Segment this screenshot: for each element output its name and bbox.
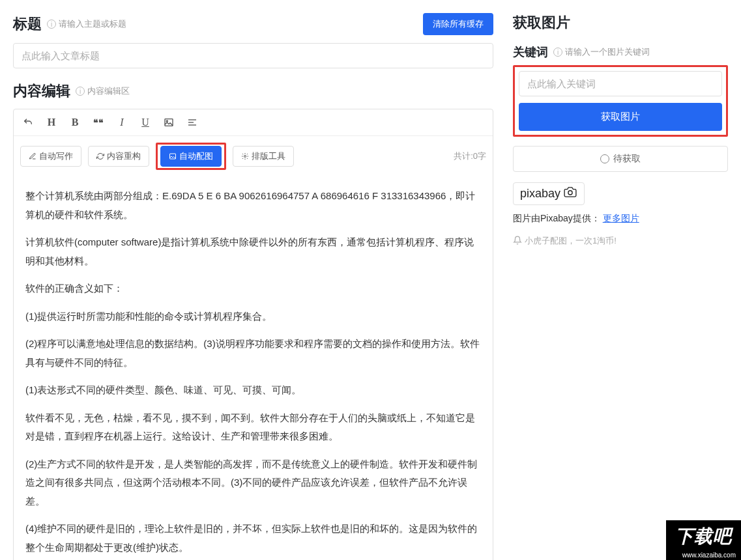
quote-icon[interactable]: ❝❝ — [91, 115, 106, 130]
paragraph: (1)提供运行时所需功能和性能的命令或计算机程序集合。 — [25, 307, 481, 326]
fetch-image-header: 获取图片 — [513, 13, 728, 33]
pencil-icon — [29, 152, 36, 160]
auto-image-button[interactable]: 自动配图 — [160, 146, 222, 167]
layout-icon — [241, 152, 249, 160]
layout-tool-button[interactable]: 排版工具 — [233, 146, 294, 167]
char-count: 共计:0字 — [454, 150, 486, 162]
paragraph: (2)程序可以满意地处理信息的数据结构。(3)说明程序功能要求和程序需要的文档的… — [25, 335, 481, 372]
keyword-label: 关键词 — [513, 44, 548, 60]
content-label: 内容编辑 — [13, 81, 70, 101]
keyword-hint: i 请输入一个图片关键词 — [553, 46, 650, 58]
auto-write-button[interactable]: 自动写作 — [20, 146, 81, 167]
paragraph: 软件看不见，无色，枯燥，看不见，摸不到，闻不到。软件大部分存在于人们的头脑或纸上… — [25, 409, 481, 446]
article-title-input[interactable] — [13, 43, 493, 68]
svg-point-6 — [244, 156, 246, 158]
bell-icon — [513, 236, 522, 247]
title-section-header: 标题 i 请输入主题或标题 清除所有缓存 — [13, 13, 493, 35]
title-label: 标题 — [13, 14, 42, 34]
editor-box: H B ❝❝ I U 自动写作 内容重构 — [13, 109, 493, 560]
auto-image-highlight: 自动配图 — [156, 143, 226, 170]
format-toolbar: H B ❝❝ I U — [14, 109, 493, 136]
paragraph: 软件的正确含义如下： — [25, 279, 481, 298]
title-hint: i 请输入主题或标题 — [47, 18, 126, 30]
refresh-icon — [96, 152, 104, 160]
content-hint: i 内容编辑区 — [76, 85, 130, 97]
underline-icon[interactable]: U — [138, 115, 153, 130]
keyword-header: 关键词 i 请输入一个图片关键词 — [513, 44, 728, 60]
paragraph: 整个计算机系统由两部分组成：E.69DA 5 E 6 BA 9062616964… — [25, 187, 481, 224]
image-credit: 图片由Pixabay提供： 更多图片 — [513, 213, 728, 225]
fetch-image-title: 获取图片 — [513, 13, 570, 33]
info-icon: i — [76, 87, 85, 96]
align-icon[interactable] — [184, 115, 200, 130]
keyword-highlight-box: 获取图片 — [513, 65, 728, 137]
more-images-link[interactable]: 更多图片 — [603, 213, 639, 223]
bold-icon[interactable]: B — [67, 115, 83, 130]
watermark: 下载吧 www.xiazaiba.com — [666, 520, 741, 560]
heading-icon[interactable]: H — [44, 115, 59, 130]
circle-icon — [600, 154, 609, 163]
paragraph: (2)生产方式不同的软件是开发，是人类智能的高发挥，而不是传统意义上的硬件制造。… — [25, 455, 481, 511]
pending-status[interactable]: 待获取 — [513, 146, 728, 172]
restructure-button[interactable]: 内容重构 — [88, 146, 149, 167]
action-toolbar: 自动写作 内容重构 自动配图 排版工具 共计:0字 — [14, 136, 493, 176]
clear-cache-button[interactable]: 清除所有缓存 — [423, 13, 493, 35]
info-icon: i — [553, 48, 562, 57]
svg-point-1 — [166, 120, 167, 122]
undo-icon[interactable] — [20, 115, 36, 130]
tip-row: 小虎子配图，一次1淘币! — [513, 235, 728, 247]
italic-icon[interactable]: I — [114, 115, 130, 130]
editor-content[interactable]: 整个计算机系统由两部分组成：E.69DA 5 E 6 BA 9062616964… — [14, 176, 493, 560]
image-icon[interactable] — [161, 115, 177, 130]
paragraph: 计算机软件(computer software)是指计算机系统中除硬件以外的所有… — [25, 233, 481, 270]
picture-icon — [169, 152, 177, 160]
content-section-header: 内容编辑 i 内容编辑区 — [13, 81, 493, 101]
pixabay-badge: pixabay — [513, 182, 585, 205]
keyword-input[interactable] — [519, 71, 722, 96]
paragraph: (4)维护不同的硬件是旧的，理论上软件是旧的，并不坏，但实际上软件也是旧的和坏的… — [25, 520, 481, 557]
paragraph: (1)表达形式不同的硬件类型、颜色、味道、可见、可摸、可闻。 — [25, 381, 481, 400]
camera-icon — [563, 187, 577, 201]
info-icon: i — [47, 20, 56, 29]
svg-point-7 — [568, 191, 572, 195]
fetch-image-button[interactable]: 获取图片 — [519, 103, 722, 131]
